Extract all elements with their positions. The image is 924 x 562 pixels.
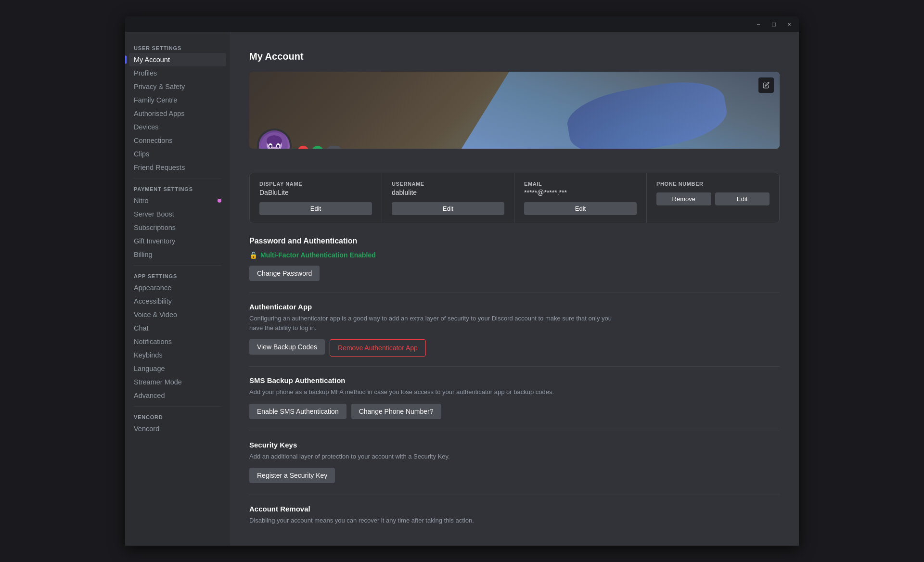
email-edit-button[interactable]: Edit bbox=[524, 202, 637, 215]
password-buttons: Change Password bbox=[249, 266, 780, 283]
sidebar-item-notifications[interactable]: Notifications bbox=[129, 335, 226, 348]
divider-4 bbox=[249, 495, 780, 495]
authenticator-buttons: View Backup Codes Remove Authenticator A… bbox=[249, 339, 780, 357]
sidebar-item-friend-requests[interactable]: Friend Requests bbox=[129, 161, 226, 174]
sidebar-item-server-boost[interactable]: Server Boost bbox=[129, 207, 226, 221]
sidebar-item-clips[interactable]: Clips bbox=[129, 147, 226, 161]
profile-banner-container: ❤ ✦ ··· bbox=[249, 72, 780, 149]
remove-authenticator-button[interactable]: Remove Authenticator App bbox=[330, 339, 426, 357]
display-name-value: DaBluLite bbox=[259, 189, 372, 196]
sidebar-item-label: Billing bbox=[134, 251, 153, 258]
view-backup-codes-button[interactable]: View Backup Codes bbox=[249, 339, 325, 355]
profile-badges: ❤ ✦ ··· bbox=[297, 146, 342, 149]
sidebar-item-connections[interactable]: Connections bbox=[129, 134, 226, 147]
content-area: My Account bbox=[230, 32, 799, 546]
email-label: Email bbox=[524, 181, 637, 187]
sidebar-item-label: Profiles bbox=[134, 69, 157, 77]
username-label: Username bbox=[392, 181, 504, 187]
security-keys-section: Security Keys Add an additional layer of… bbox=[249, 441, 780, 485]
sidebar-item-appearance[interactable]: Appearance bbox=[129, 281, 226, 294]
profile-fields: Display Name DaBluLite Edit Username dab… bbox=[249, 173, 780, 223]
display-name-edit-button[interactable]: Edit bbox=[259, 202, 372, 215]
sidebar-item-chat[interactable]: Chat bbox=[129, 321, 226, 335]
main-window: − □ × User Settings My Account Profiles … bbox=[125, 16, 799, 546]
change-password-button[interactable]: Change Password bbox=[249, 266, 320, 281]
sidebar-item-label: Authorised Apps bbox=[134, 110, 185, 117]
security-keys-buttons: Register a Security Key bbox=[249, 468, 780, 485]
sidebar-item-label: Subscriptions bbox=[134, 224, 176, 231]
sidebar-item-label: Keybinds bbox=[134, 351, 163, 359]
email-value: *****@*****.*** bbox=[524, 189, 637, 196]
change-phone-button[interactable]: Change Phone Number? bbox=[351, 404, 441, 419]
account-removal-title: Account Removal bbox=[249, 505, 780, 513]
main-area: User Settings My Account Profiles Privac… bbox=[125, 32, 799, 546]
svg-point-5 bbox=[270, 145, 272, 148]
sms-backup-buttons: Enable SMS Authentication Change Phone N… bbox=[249, 404, 780, 421]
sidebar-item-label: Privacy & Safety bbox=[134, 83, 185, 90]
maximize-button[interactable]: □ bbox=[768, 18, 780, 30]
phone-remove-button[interactable]: Remove bbox=[656, 192, 711, 205]
badge-red: ❤ bbox=[297, 146, 309, 149]
sidebar-item-label: My Account bbox=[134, 56, 170, 64]
svg-point-6 bbox=[277, 145, 280, 148]
display-name-label: Display Name bbox=[259, 181, 372, 187]
nitro-dot bbox=[218, 199, 221, 203]
sidebar-item-voice-video[interactable]: Voice & Video bbox=[129, 308, 226, 321]
divider-3 bbox=[249, 431, 780, 431]
sidebar-item-label: Server Boost bbox=[134, 210, 174, 218]
username-value: dablulite bbox=[392, 189, 504, 196]
security-keys-desc: Add an additional layer of protection to… bbox=[249, 452, 625, 461]
profile-avatar-row: ❤ ✦ ··· bbox=[257, 128, 342, 149]
sidebar-item-my-account[interactable]: My Account bbox=[129, 53, 226, 66]
phone-buttons: Remove Edit bbox=[656, 192, 770, 205]
enable-sms-button[interactable]: Enable SMS Authentication bbox=[249, 404, 346, 419]
banner-edit-button[interactable] bbox=[758, 77, 774, 93]
sidebar-item-gift-inventory[interactable]: Gift Inventory bbox=[129, 234, 226, 248]
email-field: Email *****@*****.*** Edit bbox=[514, 173, 647, 223]
sidebar-item-advanced[interactable]: Advanced bbox=[129, 389, 226, 402]
username-field: Username dablulite Edit bbox=[382, 173, 514, 223]
sidebar-item-label: Connections bbox=[134, 137, 173, 144]
sidebar-item-label: Advanced bbox=[134, 392, 165, 399]
close-button[interactable]: × bbox=[783, 18, 795, 30]
sidebar-item-accessibility[interactable]: Accessibility bbox=[129, 294, 226, 308]
sidebar-item-subscriptions[interactable]: Subscriptions bbox=[129, 221, 226, 234]
sidebar-section-app: App Settings bbox=[129, 269, 226, 281]
sidebar-item-billing[interactable]: Billing bbox=[129, 248, 226, 261]
sidebar-item-label: Nitro bbox=[134, 197, 149, 204]
email-buttons: Edit bbox=[524, 202, 637, 215]
phone-edit-button[interactable]: Edit bbox=[715, 192, 770, 205]
badge-more[interactable]: ··· bbox=[326, 146, 342, 149]
sidebar-item-privacy-safety[interactable]: Privacy & Safety bbox=[129, 80, 226, 93]
sidebar-item-vencord[interactable]: Vencord bbox=[129, 422, 226, 435]
display-name-buttons: Edit bbox=[259, 202, 372, 215]
sidebar-divider-1 bbox=[134, 178, 221, 179]
badge-green: ✦ bbox=[312, 146, 323, 149]
sms-backup-title: SMS Backup Authentication bbox=[249, 376, 780, 384]
account-removal-desc: Disabling your account means you can rec… bbox=[249, 516, 625, 525]
sidebar-section-vencord: Vencord bbox=[129, 410, 226, 422]
register-security-key-button[interactable]: Register a Security Key bbox=[249, 468, 335, 483]
sidebar-item-keybinds[interactable]: Keybinds bbox=[129, 348, 226, 362]
sidebar-item-label: Streamer Mode bbox=[134, 378, 182, 386]
minimize-button[interactable]: − bbox=[753, 18, 764, 30]
account-removal-section: Account Removal Disabling your account m… bbox=[249, 505, 780, 525]
sidebar: User Settings My Account Profiles Privac… bbox=[125, 32, 230, 546]
sidebar-item-nitro[interactable]: Nitro bbox=[129, 194, 226, 207]
username-buttons: Edit bbox=[392, 202, 504, 215]
password-section-header: Password and Authentication bbox=[249, 237, 780, 245]
sidebar-item-language[interactable]: Language bbox=[129, 362, 226, 375]
sidebar-item-devices[interactable]: Devices bbox=[129, 120, 226, 134]
avatar[interactable] bbox=[257, 128, 292, 149]
sidebar-item-profiles[interactable]: Profiles bbox=[129, 66, 226, 80]
sidebar-section-user: User Settings bbox=[129, 41, 226, 53]
username-edit-button[interactable]: Edit bbox=[392, 202, 504, 215]
sidebar-item-authorised-apps[interactable]: Authorised Apps bbox=[129, 107, 226, 120]
sidebar-item-label: Family Centre bbox=[134, 96, 177, 104]
sidebar-item-label: Chat bbox=[134, 324, 149, 332]
divider-2 bbox=[249, 366, 780, 367]
avatar-wrapper bbox=[257, 128, 292, 149]
sidebar-item-streamer-mode[interactable]: Streamer Mode bbox=[129, 375, 226, 389]
sidebar-item-family-centre[interactable]: Family Centre bbox=[129, 93, 226, 107]
profile-banner: ❤ ✦ ··· bbox=[249, 72, 780, 149]
